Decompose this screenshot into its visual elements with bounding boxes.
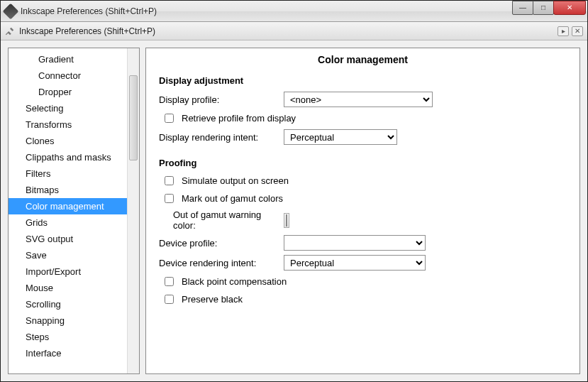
tree-item[interactable]: Mouse — [9, 280, 127, 296]
maximize-button[interactable]: □ — [533, 1, 554, 15]
tree-item[interactable]: Color management — [9, 198, 127, 214]
simulate-output-checkbox[interactable]: Simulate output on screen — [162, 174, 567, 187]
mark-gamut-input[interactable] — [165, 194, 174, 203]
preferences-icon — [5, 26, 15, 36]
app-icon — [3, 3, 19, 19]
retrieve-profile-label: Retrieve profile from display — [182, 113, 296, 124]
tree-item[interactable]: Interface — [9, 345, 127, 361]
section-proofing: Proofing — [159, 158, 567, 168]
preferences-tree: GradientConnectorDropperSelectingTransfo… — [8, 48, 140, 374]
black-point-label: Black point compensation — [182, 276, 287, 287]
device-rendering-label: Device rendering intent: — [159, 258, 284, 268]
display-rendering-select[interactable]: Perceptual — [284, 129, 397, 145]
section-display-adjustment: Display adjustment — [159, 75, 567, 86]
dialog-header: Inkscape Preferences (Shift+Ctrl+P) ▸ ✕ — [1, 22, 587, 40]
device-rendering-select[interactable]: Perceptual — [284, 255, 426, 271]
preserve-black-checkbox[interactable]: Preserve black — [162, 293, 567, 306]
panel-title: Color management — [159, 54, 567, 65]
retrieve-profile-checkbox[interactable]: Retrieve profile from display — [162, 111, 567, 125]
close-button[interactable]: ✕ — [553, 1, 586, 15]
preserve-black-label: Preserve black — [182, 294, 243, 305]
preferences-window: Inkscape Preferences (Shift+Ctrl+P) — □ … — [0, 0, 588, 382]
gamut-color-label: Out of gamut warning color: — [159, 209, 284, 231]
display-profile-label: Display profile: — [159, 94, 284, 105]
dialog-body: GradientConnectorDropperSelectingTransfo… — [1, 40, 587, 381]
display-profile-select[interactable]: <none> — [284, 92, 433, 107]
tree-item[interactable]: Import/Export — [9, 263, 127, 280]
tree-item[interactable]: Selecting — [9, 100, 127, 116]
dialog-close-button[interactable]: ✕ — [572, 26, 583, 36]
preserve-black-input[interactable] — [165, 295, 174, 304]
tree-item[interactable]: Dropper — [9, 84, 127, 100]
dialog-menu-button[interactable]: ▸ — [558, 26, 569, 36]
tree-scrollbar[interactable] — [127, 48, 139, 373]
simulate-output-input[interactable] — [165, 176, 174, 185]
tree-item[interactable]: Snapping — [9, 312, 127, 329]
black-point-input[interactable] — [165, 277, 174, 286]
display-rendering-label: Display rendering intent: — [159, 132, 284, 143]
window-title: Inkscape Preferences (Shift+Ctrl+P) — [21, 6, 513, 16]
dialog-title: Inkscape Preferences (Shift+Ctrl+P) — [19, 26, 558, 36]
tree-item[interactable]: Gradient — [9, 51, 127, 67]
retrieve-profile-input[interactable] — [165, 114, 174, 123]
tree-item[interactable]: Clippaths and masks — [9, 149, 127, 165]
gamut-color-button[interactable] — [284, 213, 289, 228]
tree-item[interactable]: Bitmaps — [9, 182, 127, 198]
device-profile-label: Device profile: — [159, 238, 284, 249]
simulate-output-label: Simulate output on screen — [182, 175, 289, 186]
device-profile-select[interactable] — [284, 235, 426, 251]
gamut-color-swatch — [286, 214, 287, 227]
window-controls: — □ ✕ — [513, 1, 586, 15]
tree-item[interactable]: Clones — [9, 133, 127, 149]
mark-gamut-checkbox[interactable]: Mark out of gamut colors — [162, 192, 567, 205]
tree-item[interactable]: Grids — [9, 214, 127, 231]
mark-gamut-label: Mark out of gamut colors — [182, 193, 283, 204]
tree-item[interactable]: Filters — [9, 165, 127, 182]
scrollbar-thumb[interactable] — [129, 75, 138, 160]
settings-panel: Color management Display adjustment Disp… — [145, 48, 580, 374]
tree-item[interactable]: Connector — [9, 67, 127, 84]
tree-item[interactable]: Save — [9, 247, 127, 263]
tree-item[interactable]: Transforms — [9, 116, 127, 133]
tree-item[interactable]: Steps — [9, 329, 127, 345]
black-point-checkbox[interactable]: Black point compensation — [162, 275, 567, 288]
tree-item[interactable]: SVG output — [9, 231, 127, 247]
minimize-button[interactable]: — — [512, 1, 533, 15]
tree-item[interactable]: Scrolling — [9, 296, 127, 312]
window-titlebar[interactable]: Inkscape Preferences (Shift+Ctrl+P) — □ … — [1, 1, 587, 22]
